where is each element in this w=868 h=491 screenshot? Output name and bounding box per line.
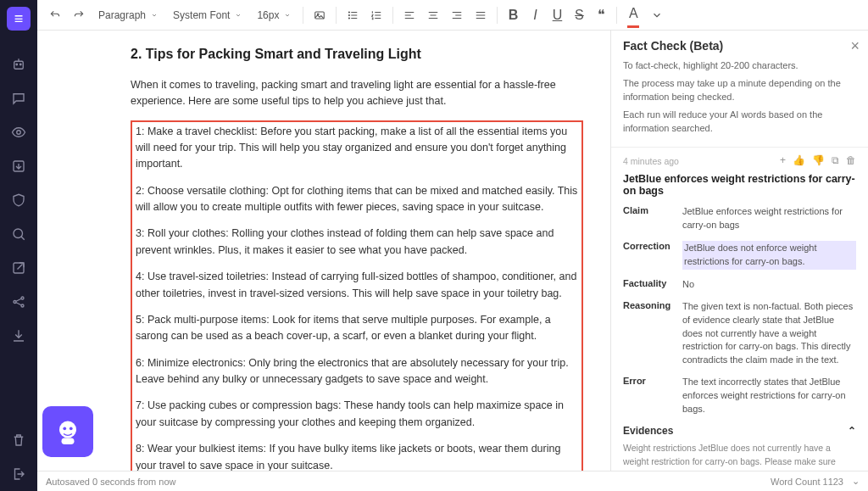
more-dropdown[interactable]: [646, 4, 668, 26]
svg-point-14: [349, 17, 350, 18]
list-item: 5: Pack multi-purpose items: Look for it…: [136, 312, 578, 345]
list-item: 4: Use travel-sized toiletries: Instead …: [136, 269, 578, 302]
error-label: Error: [623, 376, 676, 416]
align-center-button[interactable]: [422, 4, 444, 26]
evidences-toggle[interactable]: Evidences⌃: [623, 425, 856, 437]
svg-point-7: [14, 301, 16, 304]
autosave-status: Autosaved 0 seconds from now: [46, 477, 175, 487]
claim-value: JetBlue enforces weight restrictions for…: [682, 205, 856, 232]
assistant-avatar[interactable]: [42, 406, 93, 457]
chat-icon[interactable]: [5, 85, 32, 112]
close-panel-button[interactable]: ×: [850, 37, 860, 55]
shield-icon[interactable]: [5, 187, 32, 214]
list-item: 6: Minimize electronics: Only bring the …: [136, 355, 578, 388]
fact-check-panel: × Fact Check (Beta) To fact-check, highl…: [610, 31, 868, 471]
list-item: 1: Make a travel checklist: Before you s…: [136, 124, 578, 173]
download-icon[interactable]: [5, 322, 32, 349]
document-editor[interactable]: 2. Tips for Packing Smart and Traveling …: [37, 31, 610, 471]
svg-point-9: [21, 304, 24, 307]
thumbs-down-icon[interactable]: 👎: [812, 154, 825, 166]
logout-icon[interactable]: [5, 460, 32, 488]
svg-point-12: [349, 11, 350, 12]
list-item: 3: Roll your clothes: Rolling your cloth…: [136, 226, 578, 259]
trash-icon[interactable]: 🗑: [846, 154, 856, 166]
svg-rect-18: [62, 438, 75, 445]
text-color-button[interactable]: A: [622, 4, 644, 26]
external-icon[interactable]: [5, 254, 32, 282]
redo-button[interactable]: [68, 4, 90, 26]
align-left-button[interactable]: [398, 4, 420, 26]
strike-button[interactable]: S: [569, 4, 589, 26]
list-item: 2: Choose versatile clothing: Opt for cl…: [136, 183, 578, 216]
align-justify-button[interactable]: [470, 4, 492, 26]
numbered-button[interactable]: [365, 4, 387, 26]
evidence-text: Weight restrictions JetBlue does not cur…: [623, 442, 856, 471]
copy-icon[interactable]: ⧉: [832, 154, 839, 166]
align-right-button[interactable]: [446, 4, 468, 26]
underline-button[interactable]: U: [547, 4, 567, 26]
list-item: 7: Use packing cubes or compression bags…: [136, 398, 578, 431]
chevron-up-icon: ⌃: [848, 425, 856, 437]
trash-sidebar-icon[interactable]: [5, 427, 32, 454]
svg-point-17: [70, 427, 73, 430]
main-area: Paragraph System Font 16px B I U S ❝ A: [37, 0, 868, 491]
quote-button[interactable]: ❝: [591, 4, 611, 26]
svg-rect-0: [14, 61, 24, 69]
add-icon[interactable]: +: [780, 154, 786, 166]
result-actions: + 👍 👎 ⧉ 🗑: [780, 154, 856, 166]
eye-icon[interactable]: [5, 119, 32, 146]
import-icon[interactable]: [5, 153, 32, 180]
svg-point-8: [21, 297, 24, 299]
doc-intro: When it comes to traveling, packing smar…: [131, 77, 583, 110]
svg-point-2: [20, 64, 22, 65]
thumbs-up-icon[interactable]: 👍: [793, 154, 805, 166]
font-dropdown[interactable]: System Font: [166, 7, 248, 24]
svg-point-1: [16, 64, 18, 65]
bullets-button[interactable]: [342, 4, 364, 26]
editor-toolbar: Paragraph System Font 16px B I U S ❝ A: [37, 0, 868, 31]
correction-value: JetBlue does not enforce weight restrict…: [682, 241, 856, 270]
svg-point-3: [17, 131, 21, 135]
svg-point-13: [349, 14, 350, 15]
panel-title: Fact Check (Beta): [623, 39, 856, 53]
result-title: JetBlue enforces weight restrictions for…: [623, 173, 856, 197]
panel-hint: To fact-check, highlight 20-200 characte…: [623, 59, 856, 72]
doc-heading: 2. Tips for Packing Smart and Traveling …: [131, 44, 583, 65]
correction-label: Correction: [623, 241, 676, 270]
status-bar: Autosaved 0 seconds from now Word Count …: [37, 471, 868, 491]
reasoning-value: The given text is non-factual. Both piec…: [682, 300, 856, 368]
panel-hint: Each run will reduce your AI words based…: [623, 109, 856, 135]
undo-button[interactable]: [44, 4, 66, 26]
share-icon[interactable]: [5, 288, 32, 315]
factuality-value: No: [682, 278, 856, 292]
app-sidebar: ≡: [0, 0, 37, 491]
search-icon[interactable]: [5, 220, 32, 248]
chevron-down-icon[interactable]: ⌄: [852, 476, 860, 487]
highlighted-list: 1: Make a travel checklist: Before you s…: [131, 120, 583, 471]
bold-button[interactable]: B: [503, 4, 523, 26]
image-button[interactable]: [309, 4, 331, 26]
paragraph-dropdown[interactable]: Paragraph: [92, 7, 164, 24]
panel-hint: The process may take up a minute dependi…: [623, 77, 856, 103]
svg-point-16: [63, 427, 66, 430]
word-count: Word Count 1123: [771, 477, 843, 487]
claim-label: Claim: [623, 205, 676, 232]
italic-button[interactable]: I: [525, 4, 545, 26]
app-logo[interactable]: ≡: [7, 7, 31, 31]
error-value: The text incorrectly states that JetBlue…: [682, 376, 856, 416]
svg-point-5: [14, 229, 23, 238]
factuality-label: Factuality: [623, 278, 676, 292]
fontsize-dropdown[interactable]: 16px: [250, 7, 298, 24]
bot-icon[interactable]: [5, 51, 32, 78]
reasoning-label: Reasoning: [623, 300, 676, 368]
list-item: 8: Wear your bulkiest items: If you have…: [136, 441, 578, 471]
